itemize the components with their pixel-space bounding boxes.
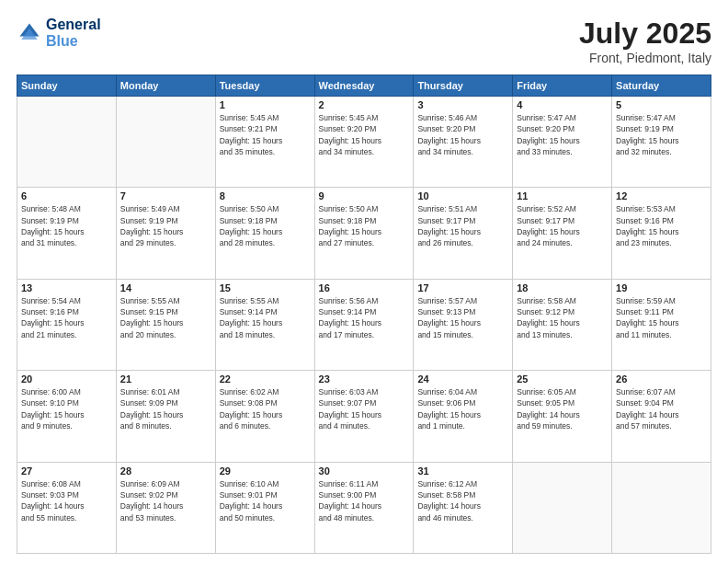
day-info: Sunrise: 6:08 AM Sunset: 9:03 PM Dayligh… [21, 478, 112, 523]
calendar-body: 1Sunrise: 5:45 AM Sunset: 9:21 PM Daylig… [17, 97, 711, 554]
logo: General Blue [17, 17, 101, 49]
calendar-day-cell: 17Sunrise: 5:57 AM Sunset: 9:13 PM Dayli… [414, 279, 513, 370]
day-number: 17 [417, 282, 508, 293]
header: General Blue July 2025 Front, Piedmont, … [17, 17, 711, 65]
calendar-day-cell: 11Sunrise: 5:52 AM Sunset: 9:17 PM Dayli… [513, 188, 612, 279]
logo-line2: Blue [46, 33, 101, 50]
calendar-day-cell: 16Sunrise: 5:56 AM Sunset: 9:14 PM Dayli… [314, 279, 414, 370]
day-info: Sunrise: 6:05 AM Sunset: 9:05 PM Dayligh… [517, 386, 608, 431]
day-info: Sunrise: 5:47 AM Sunset: 9:20 PM Dayligh… [517, 112, 608, 157]
weekday-header-cell: Monday [116, 75, 215, 97]
day-number: 5 [616, 99, 707, 110]
day-info: Sunrise: 6:01 AM Sunset: 9:09 PM Dayligh… [120, 386, 211, 431]
calendar-day-cell: 30Sunrise: 6:11 AM Sunset: 9:00 PM Dayli… [314, 462, 414, 553]
day-number: 3 [417, 99, 508, 110]
calendar-day-cell: 7Sunrise: 5:49 AM Sunset: 9:19 PM Daylig… [116, 188, 215, 279]
logo-line1: General [46, 17, 101, 33]
calendar-day-cell: 25Sunrise: 6:05 AM Sunset: 9:05 PM Dayli… [513, 371, 612, 462]
day-info: Sunrise: 5:48 AM Sunset: 9:19 PM Dayligh… [21, 203, 112, 248]
weekday-header-cell: Sunday [17, 75, 117, 97]
day-number: 24 [417, 373, 508, 385]
day-info: Sunrise: 6:12 AM Sunset: 8:58 PM Dayligh… [417, 478, 508, 523]
calendar-day-cell: 29Sunrise: 6:10 AM Sunset: 9:01 PM Dayli… [215, 462, 314, 553]
day-number: 30 [319, 465, 410, 477]
day-number: 4 [517, 99, 608, 110]
day-info: Sunrise: 5:49 AM Sunset: 9:19 PM Dayligh… [120, 203, 211, 248]
calendar-day-cell [612, 462, 711, 553]
weekday-header-cell: Wednesday [314, 75, 414, 97]
calendar-day-cell: 21Sunrise: 6:01 AM Sunset: 9:09 PM Dayli… [116, 371, 215, 462]
calendar-day-cell [116, 97, 215, 188]
weekday-header-cell: Friday [513, 75, 612, 97]
title-block: July 2025 Front, Piedmont, Italy [579, 17, 711, 65]
calendar-day-cell [513, 462, 612, 553]
day-info: Sunrise: 6:04 AM Sunset: 9:06 PM Dayligh… [417, 386, 508, 431]
calendar-day-cell: 24Sunrise: 6:04 AM Sunset: 9:06 PM Dayli… [414, 371, 513, 462]
calendar-day-cell: 1Sunrise: 5:45 AM Sunset: 9:21 PM Daylig… [215, 97, 314, 188]
calendar-day-cell: 22Sunrise: 6:02 AM Sunset: 9:08 PM Dayli… [215, 371, 314, 462]
calendar-week-row: 6Sunrise: 5:48 AM Sunset: 9:19 PM Daylig… [17, 188, 711, 279]
day-info: Sunrise: 6:09 AM Sunset: 9:02 PM Dayligh… [120, 478, 211, 523]
day-info: Sunrise: 5:47 AM Sunset: 9:19 PM Dayligh… [616, 112, 707, 157]
day-number: 27 [21, 465, 112, 477]
day-number: 18 [517, 282, 608, 293]
day-info: Sunrise: 6:07 AM Sunset: 9:04 PM Dayligh… [616, 386, 707, 431]
day-info: Sunrise: 6:00 AM Sunset: 9:10 PM Dayligh… [21, 386, 112, 431]
day-number: 29 [220, 465, 311, 477]
day-number: 15 [220, 282, 311, 293]
day-number: 31 [417, 465, 508, 477]
calendar-day-cell: 6Sunrise: 5:48 AM Sunset: 9:19 PM Daylig… [17, 188, 117, 279]
day-number: 25 [517, 373, 608, 385]
calendar-day-cell: 8Sunrise: 5:50 AM Sunset: 9:18 PM Daylig… [215, 188, 314, 279]
calendar-day-cell: 31Sunrise: 6:12 AM Sunset: 8:58 PM Dayli… [414, 462, 513, 553]
weekday-header-cell: Tuesday [215, 75, 314, 97]
calendar-day-cell: 19Sunrise: 5:59 AM Sunset: 9:11 PM Dayli… [612, 279, 711, 370]
calendar-day-cell [17, 97, 117, 188]
calendar-day-cell: 20Sunrise: 6:00 AM Sunset: 9:10 PM Dayli… [17, 371, 117, 462]
calendar-day-cell: 4Sunrise: 5:47 AM Sunset: 9:20 PM Daylig… [513, 97, 612, 188]
day-info: Sunrise: 5:52 AM Sunset: 9:17 PM Dayligh… [517, 203, 608, 248]
day-info: Sunrise: 6:03 AM Sunset: 9:07 PM Dayligh… [319, 386, 410, 431]
calendar-day-cell: 2Sunrise: 5:45 AM Sunset: 9:20 PM Daylig… [314, 97, 414, 188]
day-number: 20 [21, 373, 112, 385]
calendar-day-cell: 3Sunrise: 5:46 AM Sunset: 9:20 PM Daylig… [414, 97, 513, 188]
day-info: Sunrise: 5:55 AM Sunset: 9:15 PM Dayligh… [120, 295, 211, 340]
day-info: Sunrise: 5:45 AM Sunset: 9:21 PM Dayligh… [220, 112, 311, 157]
day-number: 19 [616, 282, 707, 293]
calendar-subtitle: Front, Piedmont, Italy [579, 51, 711, 65]
day-number: 23 [319, 373, 410, 385]
weekday-header-cell: Saturday [612, 75, 711, 97]
day-number: 21 [120, 373, 211, 385]
day-info: Sunrise: 5:46 AM Sunset: 9:20 PM Dayligh… [417, 112, 508, 157]
day-info: Sunrise: 5:55 AM Sunset: 9:14 PM Dayligh… [220, 295, 311, 340]
day-number: 13 [21, 282, 112, 293]
calendar-day-cell: 28Sunrise: 6:09 AM Sunset: 9:02 PM Dayli… [116, 462, 215, 553]
calendar-week-row: 27Sunrise: 6:08 AM Sunset: 9:03 PM Dayli… [17, 462, 711, 553]
weekday-header-cell: Thursday [414, 75, 513, 97]
day-number: 22 [220, 373, 311, 385]
calendar-week-row: 20Sunrise: 6:00 AM Sunset: 9:10 PM Dayli… [17, 371, 711, 462]
calendar-day-cell: 14Sunrise: 5:55 AM Sunset: 9:15 PM Dayli… [116, 279, 215, 370]
calendar-day-cell: 15Sunrise: 5:55 AM Sunset: 9:14 PM Dayli… [215, 279, 314, 370]
day-info: Sunrise: 5:45 AM Sunset: 9:20 PM Dayligh… [319, 112, 410, 157]
calendar-day-cell: 26Sunrise: 6:07 AM Sunset: 9:04 PM Dayli… [612, 371, 711, 462]
calendar-day-cell: 10Sunrise: 5:51 AM Sunset: 9:17 PM Dayli… [414, 188, 513, 279]
day-number: 28 [120, 465, 211, 477]
day-info: Sunrise: 6:11 AM Sunset: 9:00 PM Dayligh… [319, 478, 410, 523]
day-number: 10 [417, 190, 508, 201]
calendar-table: SundayMondayTuesdayWednesdayThursdayFrid… [17, 75, 711, 554]
day-number: 1 [220, 99, 311, 110]
day-info: Sunrise: 5:50 AM Sunset: 9:18 PM Dayligh… [220, 203, 311, 248]
weekday-header-row: SundayMondayTuesdayWednesdayThursdayFrid… [17, 75, 711, 97]
day-info: Sunrise: 6:02 AM Sunset: 9:08 PM Dayligh… [220, 386, 311, 431]
calendar-day-cell: 9Sunrise: 5:50 AM Sunset: 9:18 PM Daylig… [314, 188, 414, 279]
day-info: Sunrise: 5:56 AM Sunset: 9:14 PM Dayligh… [319, 295, 410, 340]
calendar-day-cell: 12Sunrise: 5:53 AM Sunset: 9:16 PM Dayli… [612, 188, 711, 279]
calendar-day-cell: 27Sunrise: 6:08 AM Sunset: 9:03 PM Dayli… [17, 462, 117, 553]
calendar-day-cell: 23Sunrise: 6:03 AM Sunset: 9:07 PM Dayli… [314, 371, 414, 462]
day-number: 9 [319, 190, 410, 201]
calendar-day-cell: 18Sunrise: 5:58 AM Sunset: 9:12 PM Dayli… [513, 279, 612, 370]
day-info: Sunrise: 5:51 AM Sunset: 9:17 PM Dayligh… [417, 203, 508, 248]
day-info: Sunrise: 6:10 AM Sunset: 9:01 PM Dayligh… [220, 478, 311, 523]
day-number: 26 [616, 373, 707, 385]
